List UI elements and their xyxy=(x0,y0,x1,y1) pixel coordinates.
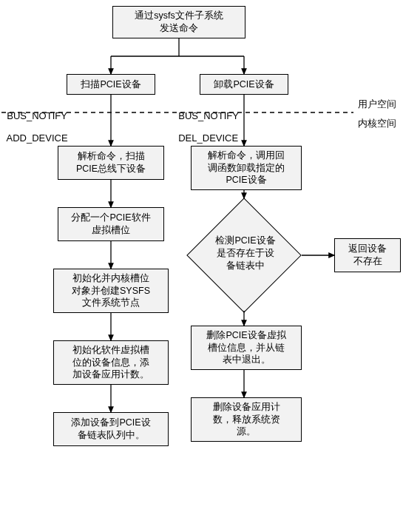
text-line: 虚拟槽位 xyxy=(92,225,130,235)
text-line: 槽位信息，并从链 xyxy=(208,343,285,353)
node-alloc-slot: 分配一个PCIE软件 虚拟槽位 xyxy=(58,207,164,241)
label-bus-notify-add: BUS_NOTIFY ADD_DEVICE xyxy=(1,99,68,144)
text-line: 分配一个PCIE软件 xyxy=(71,212,150,223)
text-line: ADD_DEVICE xyxy=(7,132,68,144)
node-add-to-list: 添加设备到PCIE设 备链表队列中。 xyxy=(53,412,169,446)
text-line: 返回设备 xyxy=(348,243,387,254)
node-release-resources: 删除设备应用计 数，释放系统资 源。 xyxy=(191,397,302,442)
label-user-space: 用户空间 xyxy=(358,98,396,111)
text-line: DEL_DEVICE xyxy=(178,132,238,144)
text-line: 对象并创建SYSFS xyxy=(72,286,150,296)
text-line: BUS_NOTIFY xyxy=(178,110,239,121)
label-bus-notify-del: BUS_NOTIFY DEL_DEVICE xyxy=(173,99,239,144)
text-line: 扫描PCIE设备 xyxy=(81,78,140,91)
node-delete-slot: 删除PCIE设备虚拟 槽位信息，并从链 表中退出。 xyxy=(191,326,302,370)
node-return-not-exist: 返回设备 不存在 xyxy=(334,238,401,272)
text-line: 添加设备到PCIE设 xyxy=(71,417,150,428)
text-line: 解析命令，扫描 xyxy=(78,151,145,161)
text-line: 加设备应用计数。 xyxy=(72,369,149,380)
text-line: 位的设备信息，添 xyxy=(72,357,149,368)
text-line: 卸载PCIE设备 xyxy=(214,78,274,91)
text-line: 调函数卸载指定的 xyxy=(208,163,285,173)
text-line: PCIE设备 xyxy=(226,175,266,185)
text-line: 源。 xyxy=(237,426,256,437)
node-parse-scan: 解析命令，扫描 PCIE总线下设备 xyxy=(58,146,164,180)
text-line: 初始化软件虚拟槽 xyxy=(72,345,149,355)
node-init-virtual-slot: 初始化软件虚拟槽 位的设备信息，添 加设备应用计数。 xyxy=(53,340,169,385)
node-scan-pcie: 扫描PCIE设备 xyxy=(67,74,155,95)
node-init-kernel-slot: 初始化并内核槽位 对象并创建SYSFS 文件系统节点 xyxy=(53,269,169,313)
node-unload-pcie: 卸载PCIE设备 xyxy=(200,74,288,95)
text-line: 备链表队列中。 xyxy=(78,430,145,440)
text-line: 通过sysfs文件子系统 xyxy=(135,10,223,21)
text-line: BUS_NOTIFY xyxy=(7,110,67,121)
text-line: 删除PCIE设备虚拟 xyxy=(206,330,285,340)
node-sysfs-command: 通过sysfs文件子系统 发送命令 xyxy=(112,6,245,38)
text-line: 数，释放系统资 xyxy=(213,414,280,425)
text-line: 文件系统节点 xyxy=(82,297,140,308)
label-kernel-space: 内核空间 xyxy=(358,117,396,130)
text-line: 发送命令 xyxy=(160,23,198,33)
text-line: 初始化并内核槽位 xyxy=(72,273,149,283)
text-line: 解析命令，调用回 xyxy=(208,150,285,161)
node-decision-check-list xyxy=(186,198,302,313)
node-parse-unload: 解析命令，调用回 调函数卸载指定的 PCIE设备 xyxy=(191,146,302,190)
text-line: 表中退出。 xyxy=(223,354,271,365)
text-line: PCIE总线下设备 xyxy=(76,164,146,174)
text-line: 删除设备应用计 xyxy=(213,402,280,412)
text-line: 不存在 xyxy=(353,256,382,266)
